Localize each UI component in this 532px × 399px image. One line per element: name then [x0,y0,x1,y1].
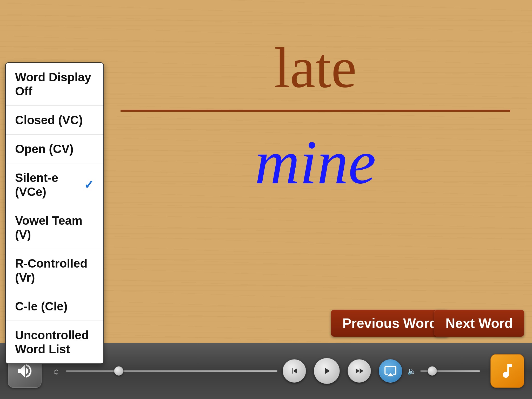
next-word-button[interactable]: Next Word [434,310,524,337]
brightness-slider[interactable] [66,370,277,372]
play-button[interactable] [314,358,340,384]
menu-item-label-5: R-Controlled (Vr) [15,256,94,284]
fast-forward-icon [354,366,364,376]
brightness-icon: ☼ [52,365,61,376]
fast-forward-button[interactable] [348,359,371,383]
menu-item-5[interactable]: R-Controlled (Vr) [6,249,103,292]
menu-item-7[interactable]: Uncontrolled Word List [6,321,103,363]
airplay-icon [384,364,397,377]
menu-item-3[interactable]: Silent-e (VCe)✓ [6,163,103,206]
airplay-button[interactable] [379,359,402,383]
volume-thumb[interactable] [428,366,437,376]
volume-slider[interactable] [420,370,480,372]
volume-icon [16,362,34,380]
menu-item-label-7: Uncontrolled Word List [15,328,94,356]
music-icon [498,362,516,380]
menu-item-label-0: Word Display Off [15,70,94,98]
menu-item-label-2: Open (CV) [15,142,74,156]
divider-line [121,110,510,112]
volume-slider-area: 🔈 [402,367,485,375]
menu-item-6[interactable]: C-le (Cle) [6,292,103,321]
volume-low-icon: 🔈 [407,367,416,375]
play-icon [322,366,332,376]
dropdown-menu: Word Display OffClosed (VC)Open (CV)Sile… [5,62,104,364]
word-display: late mine [109,21,522,322]
menu-item-label-3: Silent-e (VCe) [15,171,84,199]
menu-item-0[interactable]: Word Display Off [6,63,103,106]
rewind-icon [289,366,300,376]
brightness-thumb[interactable] [114,366,123,376]
checkmark-icon-3: ✓ [84,178,94,192]
menu-item-1[interactable]: Closed (VC) [6,106,103,135]
menu-item-label-4: Vowel Team (V) [15,214,94,242]
menu-item-2[interactable]: Open (CV) [6,135,103,163]
music-app-button[interactable] [490,354,524,388]
media-controls [283,358,402,384]
menu-item-label-6: C-le (Cle) [15,299,68,313]
brightness-area: ☼ [47,365,283,376]
previous-word-button[interactable]: Previous Word [331,310,449,337]
word-bottom: mine [255,125,376,200]
menu-item-4[interactable]: Vowel Team (V) [6,206,103,249]
rewind-button[interactable] [283,359,306,383]
menu-item-label-1: Closed (VC) [15,113,83,127]
word-top: late [274,36,357,99]
